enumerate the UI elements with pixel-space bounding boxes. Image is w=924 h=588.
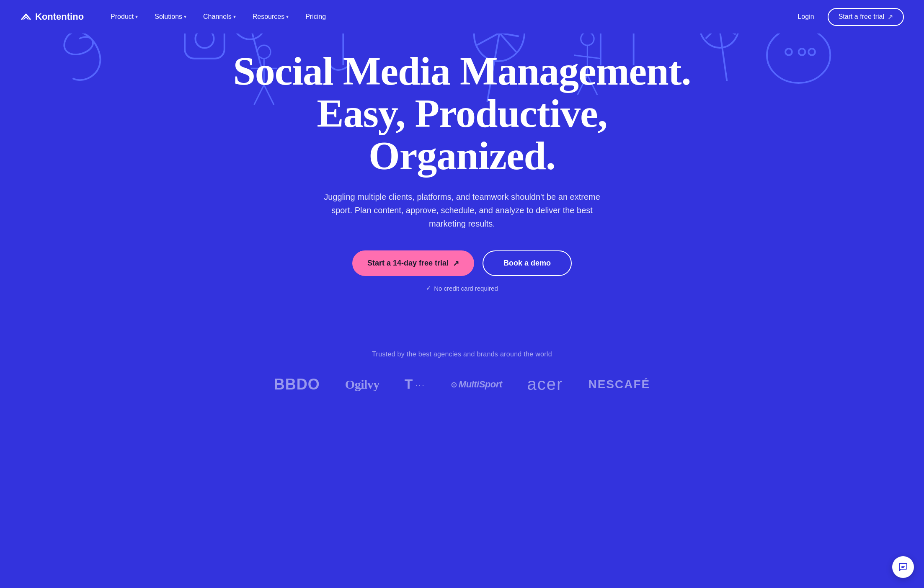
demo-button[interactable]: Book a demo: [483, 250, 572, 276]
hero-buttons: Start a 14-day free trial ↗ Book a demo: [20, 250, 904, 276]
logo-icon: [20, 11, 32, 23]
hero-title: Social Media Management. Easy, Productiv…: [232, 50, 692, 177]
brand-nescafe: NESCAFÉ: [588, 378, 650, 391]
nav-item-product[interactable]: Product ▾: [104, 10, 145, 24]
hero-section: Social Media Management. Easy, Productiv…: [0, 34, 924, 325]
hero-content: Social Media Management. Easy, Productiv…: [20, 50, 904, 292]
svg-point-30: [581, 34, 594, 45]
arrow-icon: ↗: [888, 13, 893, 21]
brand-logos: BBDO Ogilvy T ··· ⊙ MultiSport acer NESC…: [20, 375, 904, 394]
nav-item-pricing[interactable]: Pricing: [299, 10, 333, 24]
svg-line-15: [480, 34, 519, 36]
navbar: Kontentino Product ▾ Solutions ▾ Channel…: [0, 0, 924, 34]
svg-point-19: [697, 34, 742, 50]
svg-line-8: [244, 34, 253, 38]
nav-trial-button[interactable]: Start a free trial ↗: [828, 8, 904, 26]
chat-widget-button[interactable]: [892, 556, 914, 578]
nav-links: Product ▾ Solutions ▾ Channels ▾ Resourc…: [104, 10, 791, 24]
brand-bbdo: BBDO: [274, 376, 320, 393]
chevron-down-icon: ▾: [233, 14, 236, 20]
nav-item-channels[interactable]: Channels ▾: [196, 10, 243, 24]
svg-line-21: [702, 34, 736, 39]
chat-icon: [898, 562, 908, 572]
arrow-icon: ↗: [453, 259, 459, 268]
logo[interactable]: Kontentino: [20, 11, 84, 23]
trusted-section: Trusted by the best agencies and brands …: [0, 325, 924, 410]
svg-point-1: [195, 34, 214, 48]
trusted-label: Trusted by the best agencies and brands …: [20, 351, 904, 358]
brand-ogilvy: Ogilvy: [345, 377, 379, 392]
brand-acer: acer: [527, 375, 563, 394]
svg-line-22: [702, 34, 736, 39]
check-icon: ✓: [426, 284, 431, 292]
no-card-notice: ✓ No credit card required: [20, 284, 904, 292]
svg-point-3: [227, 34, 271, 43]
trial-button[interactable]: Start a 14-day free trial ↗: [352, 250, 474, 276]
nav-item-solutions[interactable]: Solutions ▾: [148, 10, 193, 24]
hero-subtitle: Juggling multiple clients, platforms, an…: [320, 190, 604, 230]
nav-right: Login Start a free trial ↗: [791, 8, 904, 26]
nav-item-resources[interactable]: Resources ▾: [246, 10, 295, 24]
login-link[interactable]: Login: [791, 10, 821, 24]
chevron-down-icon: ▾: [184, 14, 186, 20]
brand-multisport: ⊙ MultiSport: [451, 379, 502, 390]
svg-line-24: [716, 34, 722, 47]
chevron-down-icon: ▾: [286, 14, 289, 20]
logo-text: Kontentino: [35, 11, 84, 22]
chevron-down-icon: ▾: [135, 14, 138, 20]
brand-telekom: T ···: [405, 377, 426, 392]
